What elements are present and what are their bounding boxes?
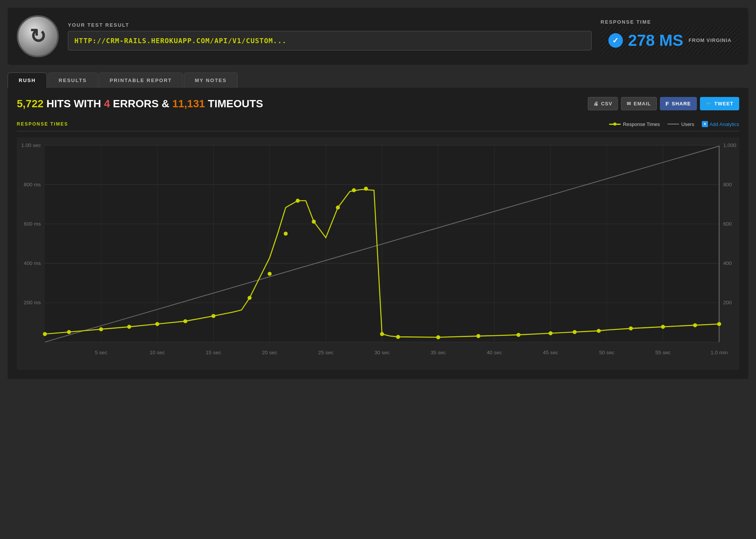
data-point	[364, 187, 368, 191]
csv-label: CSV	[601, 101, 613, 107]
svg-text:400: 400	[723, 260, 732, 266]
csv-icon: 🖨	[594, 101, 599, 107]
data-point	[183, 319, 188, 323]
data-point	[268, 272, 272, 276]
response-time-box: 278 MS FROM VIRGINIA	[601, 27, 739, 54]
svg-text:1,000: 1,000	[723, 142, 737, 148]
refresh-icon: ↺	[29, 25, 46, 48]
hits-label: HITS WITH	[47, 98, 104, 110]
data-point	[693, 323, 697, 328]
data-point	[67, 330, 71, 334]
data-point	[352, 188, 356, 192]
url-display: HTTP://CRM-RAILS.HEROKUAPP.COM/API/V1/CU…	[68, 31, 592, 50]
svg-text:400 ms: 400 ms	[24, 260, 41, 266]
facebook-icon: f	[666, 100, 669, 107]
errors-count: 4	[104, 98, 110, 110]
data-point	[312, 219, 316, 224]
legend-response-times: Response Times	[609, 121, 660, 127]
users-legend-label: Users	[681, 121, 694, 127]
data-point	[573, 330, 577, 334]
svg-text:50 sec: 50 sec	[599, 350, 614, 355]
timeouts-count: 11,131	[172, 98, 205, 110]
add-analytics-button[interactable]: + Add Analytics	[702, 121, 739, 127]
data-point	[661, 325, 665, 329]
data-point	[296, 198, 300, 203]
share-button[interactable]: f SHARE	[660, 97, 697, 110]
main-content: 5,722 HITS WITH 4 ERRORS & 11,131 TIMEOU…	[8, 88, 748, 379]
stats-row: 5,722 HITS WITH 4 ERRORS & 11,131 TIMEOU…	[17, 97, 739, 110]
check-icon	[608, 33, 623, 48]
data-point	[396, 335, 400, 339]
svg-text:35 sec: 35 sec	[431, 350, 446, 355]
data-point	[717, 322, 721, 326]
data-point	[436, 335, 441, 339]
data-point	[127, 325, 131, 329]
chart-header: RESPONSE TIMES Response Times Users + Ad…	[17, 121, 739, 131]
svg-text:800: 800	[723, 182, 732, 187]
action-buttons: 🖨 CSV ✉ EMAIL f SHARE 🐦 TWEET	[588, 97, 739, 110]
svg-text:25 sec: 25 sec	[318, 350, 333, 355]
data-point	[629, 326, 633, 331]
svg-text:55 sec: 55 sec	[655, 350, 671, 355]
svg-text:15 sec: 15 sec	[206, 350, 221, 355]
data-point	[99, 327, 103, 331]
svg-text:600 ms: 600 ms	[24, 221, 41, 227]
your-test-label: YOUR TEST RESULT	[68, 22, 592, 28]
data-point	[549, 331, 553, 336]
logo-circle: ↺	[17, 15, 59, 57]
twitter-icon: 🐦	[706, 101, 712, 107]
add-analytics-label: Add Analytics	[709, 121, 739, 127]
header-middle: YOUR TEST RESULT HTTP://CRM-RAILS.HEROKU…	[68, 22, 592, 50]
plus-icon: +	[702, 121, 708, 127]
tab-results[interactable]: RESULTS	[48, 73, 98, 88]
email-button[interactable]: ✉ EMAIL	[621, 97, 656, 110]
data-point	[284, 232, 288, 236]
data-point	[248, 296, 252, 300]
svg-text:40 sec: 40 sec	[487, 350, 502, 355]
tweet-button[interactable]: 🐦 TWEET	[700, 97, 740, 110]
svg-text:1.00 sec: 1.00 sec	[21, 142, 41, 148]
svg-text:5 sec: 5 sec	[95, 350, 108, 355]
share-label: SHARE	[672, 101, 691, 107]
data-point	[516, 333, 521, 337]
chart-container: 1.00 sec 800 ms 600 ms 400 ms 200 ms 1,0…	[17, 137, 739, 370]
svg-text:600: 600	[723, 221, 732, 227]
svg-text:20 sec: 20 sec	[262, 350, 277, 355]
data-point	[43, 332, 47, 336]
response-section: RESPONSE TIME 278 MS FROM VIRGINIA	[601, 19, 739, 54]
header-section: ↺ YOUR TEST RESULT HTTP://CRM-RAILS.HERO…	[8, 8, 748, 65]
csv-button[interactable]: 🖨 CSV	[588, 97, 618, 110]
data-point	[211, 314, 216, 318]
data-point	[597, 329, 601, 333]
tab-my-notes[interactable]: MY NOTES	[184, 73, 238, 88]
svg-text:10 sec: 10 sec	[150, 350, 165, 355]
response-times-legend-label: Response Times	[623, 121, 660, 127]
hits-text: 5,722 HITS WITH 4 ERRORS & 11,131 TIMEOU…	[17, 98, 263, 110]
data-point	[380, 332, 384, 336]
response-time-label: RESPONSE TIME	[601, 19, 651, 25]
data-point	[476, 334, 481, 338]
response-times-chart: 1.00 sec 800 ms 600 ms 400 ms 200 ms 1,0…	[17, 141, 739, 366]
data-point	[336, 205, 340, 210]
users-line-icon	[668, 124, 679, 124]
svg-text:30 sec: 30 sec	[374, 350, 389, 355]
svg-text:200: 200	[723, 300, 732, 305]
tab-rush[interactable]: RUSH	[8, 73, 47, 88]
email-label: EMAIL	[634, 101, 651, 107]
svg-text:800 ms: 800 ms	[24, 182, 41, 187]
legend-users: Users	[668, 121, 694, 127]
chart-legend: Response Times Users + Add Analytics	[609, 121, 739, 127]
from-location: FROM VIRGINIA	[688, 37, 732, 43]
hits-count: 5,722	[17, 98, 43, 110]
timeouts-label: TIMEOUTS	[208, 98, 263, 110]
ms-value: 278 MS	[628, 32, 684, 48]
errors-label: ERRORS &	[113, 98, 172, 110]
svg-text:45 sec: 45 sec	[543, 350, 558, 355]
tweet-label: TWEET	[714, 101, 734, 107]
tabs-bar: RUSH RESULTS PRINTABLE REPORT MY NOTES	[8, 73, 748, 88]
email-icon: ✉	[627, 101, 631, 107]
tab-printable-report[interactable]: PRINTABLE REPORT	[99, 73, 183, 88]
data-point	[155, 322, 159, 326]
chart-title: RESPONSE TIMES	[17, 121, 68, 127]
svg-text:1.0 min: 1.0 min	[711, 350, 728, 355]
